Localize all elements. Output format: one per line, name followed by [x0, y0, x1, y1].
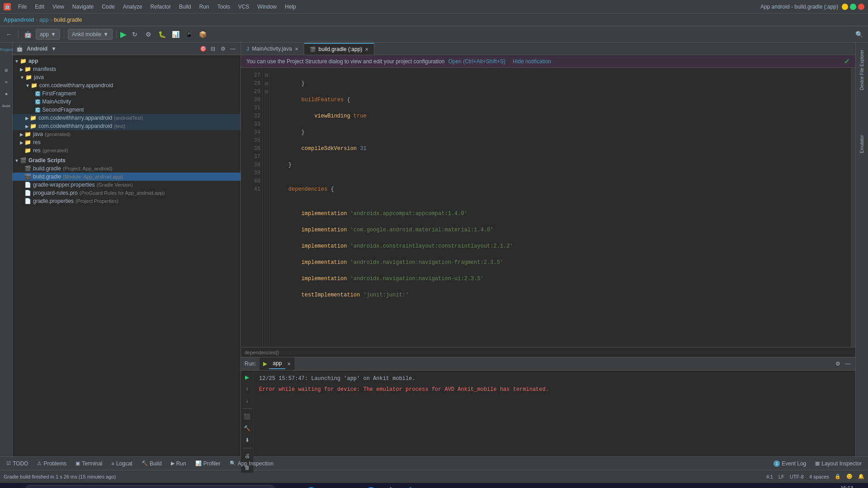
tab-mainactivity[interactable]: J MainActivity.java ✕ — [241, 43, 304, 55]
run-hide-button[interactable]: — — [844, 360, 852, 368]
tree-item-buildgradle-module[interactable]: ▶ 🎬 build.gradle (Module: App_android.ap… — [13, 173, 241, 181]
menu-run[interactable]: Run — [196, 3, 213, 11]
android-studio-button[interactable]: 🤖 — [382, 483, 400, 488]
run-down-icon[interactable]: ↓ — [242, 396, 252, 406]
module-selector[interactable]: app ▼ — [36, 29, 60, 40]
run-up-icon[interactable]: ↑ — [242, 384, 252, 394]
open-project-structure-link[interactable]: Open (Ctrl+Alt+Shift+S) — [448, 58, 505, 65]
back-button[interactable]: ← — [4, 29, 14, 40]
tree-item-package[interactable]: ▼ 📁 com.codewithharry.appandroid — [13, 81, 241, 89]
run-play-icon[interactable]: ▶ — [242, 372, 252, 382]
tree-item-androidtest[interactable]: ▶ 📁 com.codewithharry.appandroid (androi… — [13, 114, 241, 122]
build-button[interactable]: ⚙ — [143, 29, 154, 40]
chevron-down-icon-panel[interactable]: ▼ — [51, 46, 57, 52]
tree-item-java-gen[interactable]: ▶ 📁 java (generated) — [13, 130, 241, 138]
run-tab-label[interactable]: app — [269, 358, 285, 369]
run-build-icon[interactable]: 🔨 — [242, 423, 252, 433]
project-side-icon[interactable]: Project — [1, 44, 12, 55]
terminal-button[interactable]: ▣ Terminal — [73, 460, 105, 468]
sdk-manager-button[interactable]: 📦 — [197, 29, 208, 40]
maximize-button[interactable] — [850, 4, 856, 10]
device-file-explorer-label[interactable]: Device File Explorer — [858, 46, 866, 94]
build-button-bottom[interactable]: 🔨 Build — [139, 460, 165, 468]
run-tab[interactable]: ▶ app ✕ — [259, 357, 294, 370]
run-settings-button[interactable]: ⚙ — [834, 360, 842, 368]
menu-analyze[interactable]: Analyze — [119, 3, 146, 11]
code-area[interactable]: } buildFeatures { viewBinding true } com… — [270, 68, 851, 347]
hide-notification-link[interactable]: Hide notification — [513, 58, 551, 65]
menu-navigate[interactable]: Navigate — [69, 3, 97, 11]
notification-bell[interactable]: 🔔 — [858, 474, 864, 479]
run-button-bottom[interactable]: ▶ Run — [168, 460, 189, 468]
resource-manager-icon[interactable]: ⊞ — [1, 65, 12, 76]
avd-manager-button[interactable]: 📱 — [184, 29, 194, 40]
settings-icon[interactable]: ⚙ — [219, 45, 227, 53]
breadcrumb-item-project[interactable]: Appandroid — [4, 17, 34, 23]
layout-inspector-button[interactable]: ▦ Layout Inspector — [812, 460, 864, 468]
close-button[interactable] — [858, 4, 864, 10]
menu-vcs[interactable]: VCS — [235, 3, 253, 11]
menu-window[interactable]: Window — [254, 3, 280, 11]
menu-refactor[interactable]: Refactor — [147, 3, 175, 11]
todo-button[interactable]: ☑ TODO — [4, 460, 31, 468]
hide-panel-icon[interactable]: — — [229, 45, 237, 53]
edge-browser-button[interactable]: 🌐 — [302, 483, 320, 488]
debug-button[interactable]: 🐛 — [156, 29, 167, 40]
tree-item-buildgradle-project[interactable]: ▶ 🎬 build.gradle (Project: App_android) — [13, 164, 241, 173]
file-explorer-button[interactable]: 📁 — [322, 483, 340, 488]
menu-build[interactable]: Build — [175, 3, 195, 11]
tree-item-res-gen[interactable]: ▶ 📁 res (generated) — [13, 146, 241, 155]
tree-item-java[interactable]: ▼ 📁 java — [13, 73, 241, 81]
tree-item-test[interactable]: ▶ 📁 com.codewithharry.appandroid (test) — [13, 122, 241, 130]
windows-start-button[interactable]: ⊞ — [0, 483, 22, 488]
project-icon[interactable]: 🤖 — [22, 29, 33, 40]
collapse-all-icon[interactable]: ⊟ — [209, 45, 217, 53]
lock-icon[interactable]: 🔒 — [835, 474, 841, 479]
tab-buildgradle[interactable]: 🎬 build.gradle (:app) ✕ — [304, 43, 375, 55]
tab-close-button-2[interactable]: ✕ — [365, 47, 368, 52]
profile-button[interactable]: 📊 — [170, 29, 181, 40]
chrome-button[interactable]: 🌀 — [362, 483, 380, 488]
tree-item-secondfragment[interactable]: ▶ C SecondFragment — [13, 106, 241, 114]
run-stop-icon[interactable]: ⬛ — [242, 412, 252, 422]
vertical-scrollbar[interactable] — [851, 68, 855, 347]
run-tab-close[interactable]: ✕ — [287, 361, 291, 366]
tree-item-proguard[interactable]: ▶ 📄 proguard-rules.pro (ProGuard Rules f… — [13, 189, 241, 197]
run-button[interactable]: ▶ — [120, 29, 127, 39]
tree-item-manifests[interactable]: ▶ 📁 manifests — [13, 65, 241, 73]
tree-item-gradle-scripts[interactable]: ▼ 🎬 Gradle Scripts — [13, 156, 241, 164]
build-variants-icon[interactable]: Build — [1, 100, 12, 111]
profiler-button[interactable]: 📊 Profiler — [193, 460, 223, 468]
run-download-icon[interactable]: ⬇ — [242, 435, 252, 445]
tree-item-res[interactable]: ▶ 📁 res — [13, 138, 241, 146]
menu-help[interactable]: Help — [281, 3, 300, 11]
ie-button[interactable]: 🔷 — [401, 483, 420, 488]
cortana-button[interactable]: ◎ — [342, 483, 360, 488]
tree-item-gradle-properties[interactable]: ▶ 📄 gradle.properties (Project Propertie… — [13, 197, 241, 205]
search-everywhere-button[interactable]: 🔍 — [854, 29, 864, 40]
menu-code[interactable]: Code — [98, 3, 118, 11]
app-inspection-button[interactable]: 🔍 App Inspection — [227, 460, 276, 468]
sync-button[interactable]: ↻ — [129, 29, 140, 40]
menu-tools[interactable]: Tools — [214, 3, 234, 11]
tab-close-button[interactable]: ✕ — [295, 47, 298, 52]
breadcrumb-item-file[interactable]: build.gradle — [54, 17, 82, 23]
task-view-button[interactable]: ⧉ — [282, 483, 300, 488]
menu-edit[interactable]: Edit — [31, 3, 48, 11]
emulator-label[interactable]: Emulator — [858, 131, 866, 157]
device-selector[interactable]: Ankit mobile ▼ — [68, 29, 113, 40]
menu-view[interactable]: View — [49, 3, 68, 11]
menu-file[interactable]: File — [14, 3, 30, 11]
search-bar[interactable]: 🔍 Type here to search — [24, 485, 277, 488]
event-log-button[interactable]: 1 Event Log — [771, 460, 809, 468]
tree-item-firstfragment[interactable]: ▶ C FirstFragment — [13, 89, 241, 98]
breadcrumb-item-app[interactable]: app — [39, 17, 48, 23]
tree-item-gradle-wrapper[interactable]: ▶ 📄 gradle-wrapper.properties (Gradle Ve… — [13, 181, 241, 189]
tree-item-app[interactable]: ▼ 📁 app — [13, 57, 241, 65]
favorites-icon[interactable]: ★ — [1, 89, 12, 99]
logcat-button[interactable]: ≡ Logcat — [109, 460, 135, 468]
structure-icon[interactable]: ≡ — [1, 77, 12, 88]
tree-item-mainactivity[interactable]: ▶ C MainActivity — [13, 98, 241, 106]
minimize-button[interactable] — [842, 4, 848, 10]
problems-button[interactable]: ⚠ Problems — [34, 460, 69, 468]
